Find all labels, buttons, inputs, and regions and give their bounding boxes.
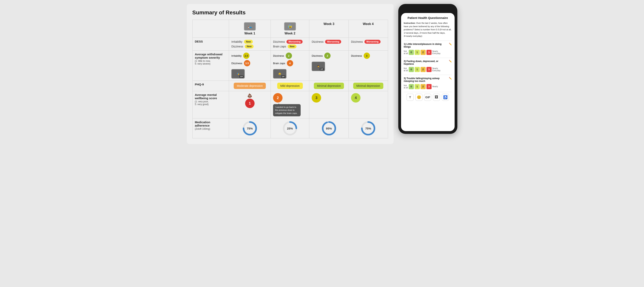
- scale-btn-1-q2[interactable]: 1: [415, 67, 420, 72]
- adherence-label: Medicationadherence (Zoloft 100mg): [192, 118, 229, 138]
- severity-week4: Dizziness 3: [348, 50, 388, 81]
- wellbeing-week3: 3: [309, 91, 349, 118]
- score-dizziness-w2: 2: [286, 52, 292, 59]
- week1-thumbnail: 🛌: [244, 22, 256, 30]
- scale-right-q3: Nearly: [432, 86, 438, 88]
- scale-left-q2: Notat all: [404, 67, 408, 72]
- score-brainzaps-w2: 4: [287, 60, 293, 66]
- phq-instruction: Instruction: Over the last 2 weeks, how …: [404, 22, 452, 38]
- toolbar-accessibility-btn[interactable]: ♿: [442, 94, 449, 101]
- week4-header: Week 4: [348, 20, 388, 38]
- wb-score-w4: 4: [351, 93, 360, 102]
- poop-icon: 💩: [247, 93, 252, 98]
- gif-week2: GIF 😵: [273, 69, 286, 78]
- badge-worsening-dizziness-w2: Worsening: [286, 40, 302, 44]
- scale-btn-3-q1[interactable]: 3: [426, 50, 432, 55]
- phq9-week4: Minimal depression: [348, 81, 388, 91]
- wellbeing-week4: 4: [348, 91, 388, 118]
- wellbeing-label: Average mentalwellbeing score (1: very p…: [192, 91, 229, 118]
- week3-header: Week 3: [309, 20, 349, 38]
- scale-btn-1-q3[interactable]: 1: [415, 84, 420, 89]
- phq9-badge-w1: Moderate depression: [234, 83, 266, 89]
- adherence-pct-w4: 75%: [365, 127, 371, 130]
- adherence-week2: 25%: [271, 118, 309, 138]
- speech-bubble: I wanted to go back to the previous dose…: [273, 104, 301, 116]
- phq9-badge-w4: Minimal depression: [353, 83, 383, 89]
- week2-header-cell: 😰 Week 2: [273, 22, 307, 35]
- phq9-week3: Minimal depression: [309, 81, 349, 91]
- divider-3: [404, 75, 452, 75]
- scale-q3: Notat all 0 1 2 3 Nearly: [404, 84, 452, 89]
- week2-thumbnail: 😰: [284, 22, 296, 30]
- phq-screen-title: Patient Health Questionnaire: [404, 16, 452, 20]
- scale-btn-0-q2[interactable]: 0: [409, 67, 414, 72]
- score-dizziness-w4: 3: [364, 52, 370, 59]
- severity-row: Average withdrawalsymptom severity (1: l…: [192, 50, 388, 81]
- phq-question-3: 3) Trouble falling/staying asleep /sleep…: [404, 77, 452, 89]
- scale-right-q2: NearlyEveryday: [432, 67, 440, 72]
- wb-score-w3: 3: [312, 93, 321, 102]
- phq9-badge-w3: Minimal depression: [314, 83, 344, 89]
- phone-notch: [418, 7, 438, 12]
- adherence-week4: 75%: [348, 118, 388, 138]
- dess-week2: Dizziness Worsening Brain zaps New: [271, 38, 309, 50]
- dess-week4: Dizziness Worsening: [348, 38, 388, 50]
- phq9-week1: Moderate depression: [229, 81, 271, 91]
- adherence-pct-w1: 75%: [247, 127, 253, 130]
- scale-btn-2-q3[interactable]: 2: [420, 84, 426, 89]
- dess-week1: Irritability New Dizziness New: [229, 38, 271, 50]
- toolbar-gif-btn[interactable]: GIF: [424, 94, 431, 101]
- scale-q1: Notat all 0 1 2 3 NearlyEveryday: [404, 50, 452, 55]
- badge-new-dizziness: New: [245, 44, 254, 48]
- phq9-badge-w2: Mild depression: [277, 83, 303, 89]
- scale-btn-0-q1[interactable]: 0: [409, 50, 414, 55]
- phq-question-2: 2) Feeling down, depressed, or hopeless …: [404, 60, 452, 72]
- empty-header: [192, 20, 229, 38]
- edit-icon-q1[interactable]: ✏️: [449, 43, 452, 46]
- wellbeing-week2: 2 I wanted to go back to the previous do…: [271, 91, 309, 118]
- phq9-week2: Mild depression: [271, 81, 309, 91]
- week1-header-cell: 🛌 Week 1: [231, 22, 268, 35]
- severity-label: Average withdrawalsymptom severity (1: l…: [192, 50, 229, 81]
- scale-btn-1-q1[interactable]: 1: [415, 50, 420, 55]
- edit-icon-q3[interactable]: ✏️: [449, 77, 452, 80]
- scale-left-q3: Notat all: [404, 84, 408, 89]
- divider-1: [404, 40, 452, 41]
- edit-icon-q2[interactable]: ✏️: [449, 60, 452, 62]
- scale-btn-0-q3[interactable]: 0: [409, 84, 414, 89]
- scale-left-q1: Notat all: [404, 50, 408, 54]
- dess-week3: Dizziness Worsening: [309, 38, 349, 50]
- gif-week3: GIF 🧔: [312, 62, 325, 71]
- phone-toolbar: T 😊 GIF 🖼 ♿: [404, 92, 452, 102]
- page-title: Summary of Results: [192, 10, 388, 16]
- dess-row: DESS Irritability New Dizziness New: [192, 38, 388, 50]
- scale-btn-3-q3[interactable]: 3: [426, 84, 432, 89]
- toolbar-emoji-btn[interactable]: 😊: [416, 94, 422, 101]
- week1-header: 🛌 Week 1: [229, 20, 271, 38]
- scale-btn-2-q1[interactable]: 2: [420, 50, 426, 55]
- phq-question-1: 1) Little interest/pleasure in doing thi…: [404, 43, 452, 55]
- toolbar-text-btn[interactable]: T: [406, 94, 414, 101]
- wellbeing-week1: 💩 1: [229, 91, 271, 118]
- scale-btn-3-q2[interactable]: 3: [426, 67, 432, 72]
- wb-score-w1: 1: [245, 98, 254, 108]
- adherence-week1: 75%: [229, 118, 271, 138]
- badge-worsening-dizziness-w4: Worsening: [364, 40, 380, 44]
- phq9-row: PHQ-9 Moderate depression Mild depressio…: [192, 81, 388, 91]
- donut-w3: 95%: [321, 120, 337, 136]
- toolbar-image-btn[interactable]: 🖼: [433, 94, 440, 101]
- scale-btn-2-q2[interactable]: 2: [420, 67, 426, 72]
- phone-frame: Patient Health Questionnaire Instruction…: [398, 4, 457, 134]
- severity-week2: Dizziness 2 Brain zaps 4 GIF 😵: [271, 50, 309, 81]
- summary-panel: Summary of Results 🛌 Week 1 😰: [187, 4, 394, 144]
- score-dizziness-w3: 2: [324, 52, 330, 59]
- donut-w4: 75%: [360, 120, 376, 136]
- badge-new-brainzaps: New: [288, 44, 296, 48]
- dess-label: DESS: [192, 38, 229, 50]
- severity-week3: Dizziness 2 GIF 🧔: [309, 50, 349, 81]
- wb-score-w2: 2: [273, 93, 282, 102]
- adherence-week3: 95%: [309, 118, 349, 138]
- badge-worsening-dizziness-w3: Worsening: [325, 40, 341, 44]
- phone-screen: Patient Health Questionnaire Instruction…: [401, 13, 454, 131]
- phq9-label: PHQ-9: [192, 81, 229, 91]
